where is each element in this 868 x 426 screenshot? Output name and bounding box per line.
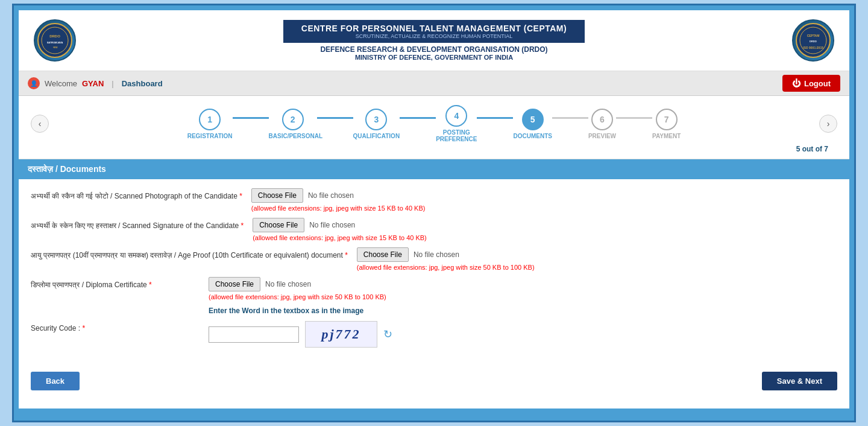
steps-prev-button[interactable]: ‹ [31, 115, 49, 133]
captcha-image: pj772 [305, 321, 377, 348]
steps-container: ‹ 1 REGISTRATION 2 BASIC/PERSONAL 3 QUAL… [19, 96, 849, 159]
org-name: DEFENCE RESEARCH & DEVELOPMENT ORGANISAT… [320, 45, 547, 54]
no-file-text-3: No file chosen [414, 250, 459, 259]
step-circle-5: 5 [522, 109, 544, 130]
logout-button[interactable]: ⏻ Logout [782, 75, 840, 92]
step-group-6: 6 PREVIEW [588, 109, 652, 139]
form-row-2: अभ्यर्थी के स्केन किए गए हस्ताक्षर / Sca… [31, 218, 837, 241]
security-input-area: pj772↻ [209, 321, 392, 348]
step-item-2: 2 BASIC/PERSONAL [269, 109, 317, 139]
step-label-5: DOCUMENTS [513, 133, 552, 139]
step-label-6: PREVIEW [588, 133, 616, 139]
security-code-input[interactable] [209, 326, 299, 343]
step-group-5: 5 DOCUMENTS [513, 109, 588, 139]
step-item-4: 4 POSTINGPREFERENCE [436, 105, 477, 142]
no-file-text-2: No file chosen [309, 221, 355, 229]
step-group-1: 1 REGISTRATION [187, 109, 269, 139]
svg-text:भारत: भारत [53, 46, 58, 49]
allowed-extensions-4: (allowed file extensions: jpg, jpeg with… [209, 293, 386, 300]
choose-file-button-2[interactable]: Choose File [253, 218, 304, 232]
documents-form: अभ्यर्थी की स्कैन की गई फोटो / Scanned P… [19, 179, 849, 357]
security-row: Security Code : *pj772↻ [31, 321, 837, 348]
step-group-3: 3 QUALIFICATION [353, 109, 436, 139]
allowed-extensions-3: (allowed file extensions: jpg, jpeg with… [357, 264, 535, 271]
file-input-wrapper-1: Choose FileNo file chosen [251, 188, 426, 203]
step-item-3: 3 QUALIFICATION [353, 109, 400, 139]
choose-file-button-3[interactable]: Choose File [357, 247, 409, 262]
security-label: Security Code : * [31, 321, 200, 332]
choose-file-button-4[interactable]: Choose File [209, 277, 260, 291]
choose-file-button-1[interactable]: Choose File [251, 188, 303, 203]
save-next-button[interactable]: Save & Next [762, 372, 837, 390]
captcha-instruction: Enter the Word in the textbox as in the … [209, 307, 837, 315]
step-connector-2 [317, 117, 353, 119]
svg-point-0 [38, 24, 72, 57]
field-label-1: अभ्यर्थी की स्कैन की गई फोटो / Scanned P… [31, 188, 242, 202]
file-input-wrapper-3: Choose FileNo file chosen [357, 247, 535, 262]
power-icon: ⏻ [792, 78, 800, 88]
step-circle-2: 2 [282, 109, 304, 130]
field-input-area-4: Choose FileNo file chosen(allowed file e… [209, 277, 386, 300]
svg-text:ISO 9001:2015: ISO 9001:2015 [803, 46, 823, 49]
nav-divider: | [112, 79, 113, 88]
step-label-4: POSTINGPREFERENCE [436, 129, 477, 142]
bottom-bar [19, 409, 849, 416]
step-item-7: 7 PAYMENT [652, 109, 681, 139]
ministry-name: MINISTRY OF DEFENCE, GOVERNMENT OF INDIA [320, 54, 547, 61]
field-input-area-1: Choose FileNo file chosen(allowed file e… [251, 188, 426, 212]
field-input-area-3: Choose FileNo file chosen(allowed file e… [357, 247, 535, 271]
step-connector-5 [552, 117, 588, 119]
field-input-area-2: Choose FileNo file chosen(allowed file e… [253, 218, 427, 241]
user-avatar: 👤 [28, 77, 40, 89]
field-label-2: अभ्यर्थी के स्केन किए गए हस्ताक्षर / Sca… [31, 218, 244, 231]
step-circle-7: 7 [656, 109, 678, 130]
no-file-text-4: No file chosen [265, 280, 311, 288]
step-group-4: 4 POSTINGPREFERENCE [436, 105, 513, 142]
step-connector-1 [233, 117, 269, 119]
step-circle-6: 6 [591, 109, 613, 130]
header-subtitle: SCRUTINIZE, ACTUALIZE & RECOGNIZE HUMAN … [301, 33, 567, 39]
step-connector-4 [477, 117, 513, 119]
field-label-3: आयु प्रमाणपत्र (10वीं प्रमाणपत्र या समकक… [31, 247, 348, 261]
step-group-2: 2 BASIC/PERSONAL [269, 109, 353, 139]
svg-text:DRDO: DRDO [49, 34, 60, 38]
step-circle-4: 4 [445, 105, 467, 127]
file-input-wrapper-2: Choose FileNo file chosen [253, 218, 427, 232]
steps-count: 5 out of 7 [31, 142, 837, 156]
svg-text:DRDO: DRDO [810, 40, 817, 43]
welcome-text: Welcome [45, 79, 77, 88]
step-circle-1: 1 [199, 109, 221, 130]
header-center: CENTRE FOR PERSONNEL TALENT MANAGEMENT (… [79, 20, 789, 61]
step-item-1: 1 REGISTRATION [187, 109, 233, 139]
svg-text:CEPTAM: CEPTAM [807, 34, 820, 37]
dashboard-link[interactable]: Dashboard [122, 79, 163, 88]
step-connector-6 [616, 117, 652, 119]
field-label-4: डिप्लोमा प्रमाणपत्र / Diploma Certificat… [31, 277, 200, 290]
header-main-title: CENTRE FOR PERSONNEL TALENT MANAGEMENT (… [301, 24, 567, 33]
step-label-3: QUALIFICATION [353, 133, 400, 139]
form-row-1: अभ्यर्थी की स्कैन की गई फोटो / Scanned P… [31, 188, 837, 212]
username-label: GYAN [82, 79, 104, 88]
file-input-wrapper-4: Choose FileNo file chosen [209, 277, 386, 291]
refresh-captcha-icon[interactable]: ↻ [383, 328, 392, 341]
steps-next-button[interactable]: › [819, 115, 837, 133]
step-label-2: BASIC/PERSONAL [269, 133, 317, 139]
navbar: 👤 Welcome GYAN | Dashboard ⏻ Logout [19, 71, 849, 96]
no-file-text-1: No file chosen [308, 191, 354, 200]
step-label-7: PAYMENT [652, 133, 681, 139]
step-connector-3 [400, 117, 436, 119]
step-circle-3: 3 [365, 109, 387, 130]
step-label-1: REGISTRATION [187, 133, 233, 139]
section-header: दस्तावेज़ / Documents [19, 159, 849, 179]
form-row-4: डिप्लोमा प्रमाणपत्र / Diploma Certificat… [31, 277, 837, 300]
step-item-5: 5 DOCUMENTS [513, 109, 552, 139]
svg-text:SATRUMJAYA: SATRUMJAYA [47, 41, 63, 44]
form-row-3: आयु प्रमाणपत्र (10वीं प्रमाणपत्र या समकक… [31, 247, 837, 271]
ceptam-logo-right: CEPTAM DRDO ISO 9001:2015 [789, 16, 837, 65]
allowed-extensions-2: (allowed file extensions: jpg, jpeg with… [253, 234, 427, 241]
allowed-extensions-1: (allowed file extensions: jpg, jpeg with… [251, 205, 426, 212]
step-item-6: 6 PREVIEW [588, 109, 616, 139]
drdo-logo-left: DRDO SATRUMJAYA भारत [31, 16, 79, 65]
form-buttons: Back Save & Next [19, 363, 849, 399]
back-button[interactable]: Back [31, 372, 80, 390]
